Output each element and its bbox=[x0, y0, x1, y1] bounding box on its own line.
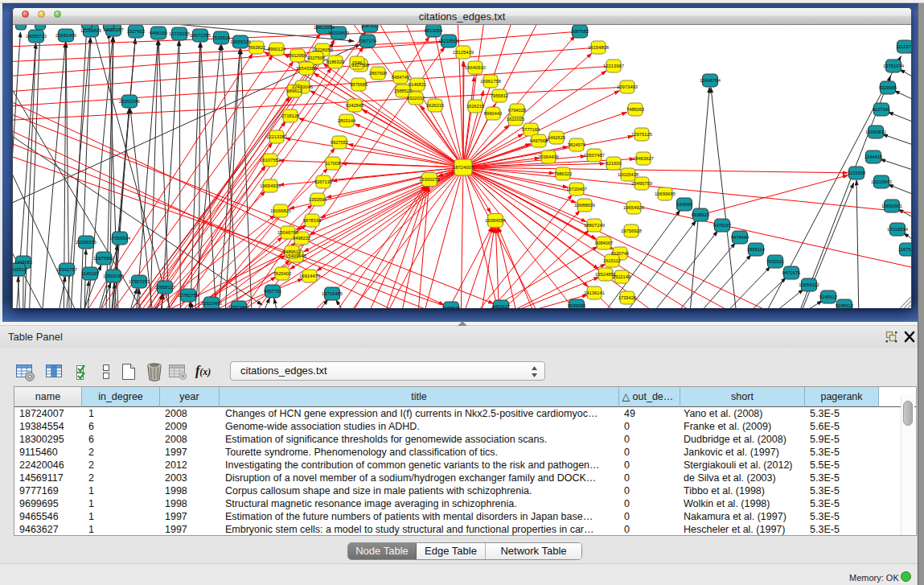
svg-text:7663822: 7663822 bbox=[248, 45, 266, 50]
svg-text:19654935: 19654935 bbox=[260, 183, 281, 188]
svg-text:16648764: 16648764 bbox=[700, 78, 721, 83]
svg-text:12213382: 12213382 bbox=[266, 134, 287, 139]
svg-text:23495759: 23495759 bbox=[631, 181, 652, 186]
svg-text:1343081: 1343081 bbox=[14, 260, 33, 265]
svg-text:9146821: 9146821 bbox=[409, 82, 427, 87]
svg-text:20691406: 20691406 bbox=[55, 33, 76, 38]
svg-text:14055713: 14055713 bbox=[26, 34, 47, 39]
svg-text:3267130: 3267130 bbox=[314, 179, 333, 184]
svg-text:8990443: 8990443 bbox=[484, 111, 503, 116]
svg-text:19384554: 19384554 bbox=[485, 218, 507, 223]
svg-text:1462625: 1462625 bbox=[548, 135, 566, 140]
svg-text:9474444: 9474444 bbox=[731, 235, 749, 240]
svg-text:1145193: 1145193 bbox=[81, 271, 99, 276]
svg-text:20206535: 20206535 bbox=[76, 240, 97, 245]
svg-text:12923466: 12923466 bbox=[228, 305, 249, 308]
svg-text:9245612: 9245612 bbox=[819, 295, 838, 299]
svg-text:18813054: 18813054 bbox=[314, 25, 335, 30]
svg-text:9242845: 9242845 bbox=[346, 103, 364, 108]
svg-text:10654112: 10654112 bbox=[799, 282, 819, 287]
svg-text:1626215: 1626215 bbox=[466, 104, 485, 109]
svg-text:10699695: 10699695 bbox=[655, 192, 676, 196]
svg-text:8938923: 8938923 bbox=[692, 212, 710, 217]
svg-text:16640910: 16640910 bbox=[465, 65, 486, 70]
svg-text:13226058: 13226058 bbox=[312, 47, 333, 52]
svg-text:7955812: 7955812 bbox=[491, 93, 509, 98]
svg-text:16961758: 16961758 bbox=[480, 79, 501, 84]
svg-text:9329965: 9329965 bbox=[879, 85, 897, 90]
svg-text:18724007: 18724007 bbox=[453, 165, 474, 170]
svg-text:12503185: 12503185 bbox=[103, 274, 124, 278]
svg-text:9777169: 9777169 bbox=[522, 127, 540, 132]
svg-text:3915912: 3915912 bbox=[13, 267, 27, 272]
svg-text:9699695: 9699695 bbox=[568, 303, 586, 308]
svg-text:8322017: 8322017 bbox=[407, 96, 425, 101]
svg-text:12213967: 12213967 bbox=[603, 64, 624, 68]
svg-text:6794028: 6794028 bbox=[508, 108, 527, 113]
svg-text:12156829: 12156829 bbox=[80, 28, 101, 33]
svg-text:10653287: 10653287 bbox=[103, 27, 124, 32]
svg-text:16210643: 16210643 bbox=[871, 179, 892, 184]
svg-text:15692901: 15692901 bbox=[881, 204, 902, 208]
svg-text:9084067: 9084067 bbox=[595, 241, 614, 245]
svg-text:2087682: 2087682 bbox=[571, 29, 589, 34]
svg-text:16914479: 16914479 bbox=[299, 274, 320, 278]
svg-text:10973493: 10973493 bbox=[617, 84, 638, 89]
svg-text:8454749: 8454749 bbox=[392, 75, 410, 80]
svg-text:1527602: 1527602 bbox=[127, 29, 146, 34]
svg-text:5878334: 5878334 bbox=[303, 218, 322, 223]
svg-text:10975867: 10975867 bbox=[93, 256, 114, 261]
svg-text:12093832: 12093832 bbox=[865, 130, 886, 134]
svg-text:12923466: 12923466 bbox=[201, 301, 222, 306]
svg-text:1626215: 1626215 bbox=[426, 103, 445, 108]
svg-text:17359924: 17359924 bbox=[109, 236, 131, 241]
svg-text:8813054: 8813054 bbox=[425, 28, 443, 33]
svg-text:19654923: 19654923 bbox=[623, 205, 644, 210]
svg-text:7515526: 7515526 bbox=[212, 35, 231, 40]
svg-text:3824574: 3824574 bbox=[568, 142, 586, 147]
svg-text:2867608: 2867608 bbox=[369, 71, 388, 76]
svg-text:10719155: 10719155 bbox=[169, 31, 190, 36]
svg-text:1588520: 1588520 bbox=[394, 89, 413, 93]
svg-text:989612: 989612 bbox=[286, 89, 302, 93]
svg-text:7632621: 7632621 bbox=[766, 259, 785, 264]
svg-text:9489612: 9489612 bbox=[283, 249, 302, 254]
svg-text:17016534: 17016534 bbox=[887, 227, 909, 232]
svg-text:15751074: 15751074 bbox=[883, 64, 905, 68]
svg-text:6497568: 6497568 bbox=[530, 138, 548, 143]
svg-text:9327505: 9327505 bbox=[307, 56, 326, 60]
svg-text:3875685: 3875685 bbox=[350, 82, 368, 87]
svg-text:15046766: 15046766 bbox=[277, 230, 298, 235]
svg-text:2803144: 2803144 bbox=[338, 118, 356, 123]
svg-text:17957253: 17957253 bbox=[129, 279, 150, 284]
svg-text:10507487: 10507487 bbox=[584, 153, 605, 158]
svg-text:16107552: 16107552 bbox=[260, 158, 281, 163]
svg-text:2718126: 2718126 bbox=[281, 113, 300, 118]
svg-text:7357274: 7357274 bbox=[359, 39, 377, 43]
svg-text:9457791: 9457791 bbox=[264, 289, 282, 294]
svg-text:2522140: 2522140 bbox=[613, 274, 631, 279]
svg-text:9245612: 9245612 bbox=[836, 303, 854, 308]
svg-text:1733426: 1733426 bbox=[618, 295, 637, 300]
svg-text:6466160: 6466160 bbox=[150, 31, 168, 35]
svg-text:8186323: 8186323 bbox=[326, 60, 345, 64]
svg-text:13125419: 13125419 bbox=[453, 50, 474, 55]
svg-text:12975125: 12975125 bbox=[631, 132, 652, 137]
svg-text:10958117: 10958117 bbox=[154, 285, 175, 290]
svg-text:1621025: 1621025 bbox=[507, 117, 525, 122]
svg-text:7485063: 7485063 bbox=[626, 107, 645, 112]
svg-text:16671355: 16671355 bbox=[190, 33, 211, 38]
svg-text:8471676: 8471676 bbox=[782, 270, 801, 275]
svg-text:7625402: 7625402 bbox=[273, 271, 292, 276]
svg-text:9227341: 9227341 bbox=[873, 107, 891, 112]
svg-text:9463627: 9463627 bbox=[492, 304, 511, 308]
svg-text:18463627: 18463627 bbox=[633, 156, 654, 161]
svg-text:164095: 164095 bbox=[676, 202, 692, 207]
svg-text:20364436: 20364436 bbox=[538, 154, 559, 159]
svg-text:10655326: 10655326 bbox=[230, 39, 251, 44]
svg-text:14136141: 14136141 bbox=[584, 290, 605, 295]
svg-text:19166825: 19166825 bbox=[270, 208, 291, 213]
svg-text:117008: 117008 bbox=[326, 161, 341, 166]
svg-text:1112375: 1112375 bbox=[896, 44, 911, 49]
svg-text:1167534: 1167534 bbox=[898, 247, 911, 252]
